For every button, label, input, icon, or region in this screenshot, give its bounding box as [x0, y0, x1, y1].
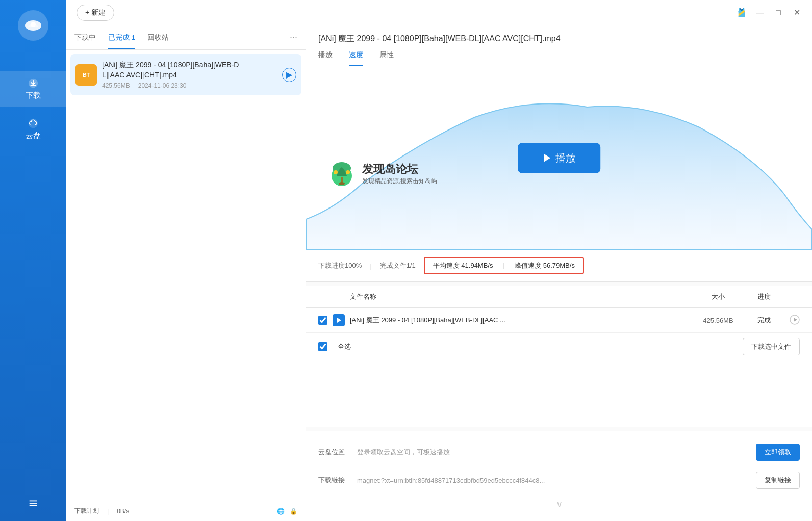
- close-button[interactable]: ✕: [792, 8, 802, 18]
- sidebar-nav: 下载 云盘: [0, 71, 66, 147]
- cloud-row: 云盘位置 登录领取云盘空间，可极速播放 立即领取: [318, 438, 800, 466]
- status-bar: 下载计划 | 0B/s 🌐 🔒: [66, 501, 306, 521]
- status-bar-icons: 🌐 🔒: [277, 508, 297, 515]
- table-row: [ANi] 魔王 2099 - 04 [1080P][Baha][WEB-DL]…: [306, 308, 812, 333]
- row-size: 425.56MB: [693, 317, 744, 324]
- logo: [18, 10, 48, 41]
- row-filename: [ANi] 魔王 2099 - 04 [1080P][Baha][WEB-DL]…: [350, 316, 693, 325]
- avg-speed: 平均速度 41.94MB/s: [433, 262, 493, 269]
- lock-icon: 🔒: [290, 508, 297, 515]
- shirt-icon: 🎽: [737, 8, 747, 17]
- download-speed: |: [107, 508, 109, 515]
- row-play-button[interactable]: [784, 315, 800, 326]
- tab-downloading[interactable]: 下载中: [74, 26, 96, 49]
- speed-chart: ▶ 播放: [306, 66, 812, 250]
- select-all-label: 全选: [338, 342, 351, 351]
- tab-completed[interactable]: 已完成 1: [108, 26, 135, 49]
- right-panel-title: [ANi] 魔王 2099 - 04 [1080P][Baha][WEB-DL]…: [318, 34, 800, 44]
- new-button[interactable]: + 新建: [77, 5, 114, 21]
- svg-point-12: [334, 170, 338, 174]
- watermark-icon: [326, 158, 357, 189]
- right-tab-properties[interactable]: 属性: [379, 50, 394, 66]
- row-progress: 完成: [744, 316, 784, 325]
- cloud-icon: [28, 118, 39, 129]
- svg-point-11: [339, 182, 345, 185]
- file-table: 文件名称 大小 进度 [ANi] 魔王 2099 - 04 [1080P][Ba…: [306, 286, 812, 427]
- peak-speed: 峰值速度 56.79MB/s: [515, 262, 575, 269]
- titlebar: + 新建 🎽 — □ ✕: [66, 0, 812, 25]
- download-link-row: 下载链接 magnet:?xt=urn:btih:85fd48871713cdb…: [318, 466, 800, 494]
- sidebar: 下载 云盘: [0, 0, 66, 521]
- tab-bar: 下载中 已完成 1 回收站 ···: [66, 25, 306, 50]
- watermark: 发现岛论坛 发现精品资源,搜索击知岛屿: [326, 158, 437, 189]
- speed-value: 0B/s: [117, 508, 129, 515]
- download-icon: [28, 77, 39, 89]
- maximize-button[interactable]: □: [773, 8, 783, 18]
- right-header: [ANi] 魔王 2099 - 04 [1080P][Baha][WEB-DL]…: [306, 25, 812, 66]
- cloud-value: 登录领取云盘空间，可极速播放: [357, 448, 748, 457]
- file-type-icon: BT: [75, 64, 97, 86]
- file-size: 425.56MB: [102, 82, 130, 89]
- menu-icon: [28, 498, 39, 509]
- watermark-title: 发现岛论坛: [362, 162, 437, 177]
- cloud-label: 云盘位置: [318, 448, 349, 457]
- play-button-overlay: ▶ 播放: [518, 143, 600, 173]
- minimize-button[interactable]: —: [755, 8, 765, 18]
- ie-icon: 🌐: [277, 508, 285, 515]
- right-tab-bar: 播放 速度 属性: [318, 50, 800, 66]
- download-link-label: 下载链接: [318, 476, 349, 485]
- watermark-subtitle: 发现精品资源,搜索击知岛屿: [362, 177, 437, 186]
- sidebar-item-download[interactable]: 下载: [0, 71, 66, 107]
- files-label: 完成文件1/1: [380, 261, 416, 270]
- select-all-checkbox[interactable]: [318, 342, 327, 351]
- progress-label: 下载进度100%: [318, 261, 362, 270]
- table-header: 文件名称 大小 进度: [306, 286, 812, 308]
- svg-marker-16: [794, 318, 797, 322]
- right-tab-speed[interactable]: 速度: [349, 50, 363, 66]
- logo-icon: [23, 15, 43, 36]
- download-selected-button[interactable]: 下载选中文件: [743, 338, 800, 355]
- svg-rect-10: [341, 177, 343, 183]
- bottom-section: 云盘位置 登录领取云盘空间，可极速播放 立即领取 下载链接 magnet:?xt…: [306, 431, 812, 521]
- sidebar-item-cloud[interactable]: 云盘: [0, 112, 66, 147]
- file-play-button[interactable]: ▶: [282, 68, 296, 82]
- watermark-text: 发现岛论坛 发现精品资源,搜索击知岛屿: [362, 162, 437, 186]
- sidebar-item-cloud-label: 云盘: [26, 131, 41, 141]
- svg-point-1: [31, 22, 36, 27]
- sidebar-menu-button[interactable]: [28, 498, 39, 511]
- cloud-button[interactable]: 立即领取: [756, 444, 800, 461]
- sidebar-item-download-label: 下载: [26, 91, 41, 100]
- col-header-name: 文件名称: [350, 292, 693, 301]
- expand-chevron[interactable]: ∨: [318, 494, 800, 514]
- left-panel: 下载中 已完成 1 回收站 ··· BT [ANi] 魔王 2099 - 04 …: [66, 25, 306, 521]
- content-area: 下载中 已完成 1 回收站 ··· BT [ANi] 魔王 2099 - 04 …: [66, 25, 812, 521]
- download-plan-label: 下载计划: [74, 507, 99, 515]
- file-meta: 425.56MB 2024-11-06 23:30: [102, 82, 277, 89]
- row-checkbox[interactable]: [318, 316, 327, 325]
- download-link-value: magnet:?xt=urn:btih:85fd48871713cdbfbd59…: [357, 477, 748, 484]
- video-icon: [333, 314, 345, 326]
- file-info: [ANi] 魔王 2099 - 04 [1080P][Baha][WEB-D L…: [102, 60, 277, 89]
- right-panel: [ANi] 魔王 2099 - 04 [1080P][Baha][WEB-DL]…: [306, 25, 812, 521]
- main-content: + 新建 🎽 — □ ✕ 下载中 已完成 1 回收站 ···: [66, 0, 812, 521]
- tab-recycle[interactable]: 回收站: [147, 26, 169, 49]
- file-list-item[interactable]: BT [ANi] 魔王 2099 - 04 [1080P][Baha][WEB-…: [70, 54, 301, 95]
- svg-marker-14: [337, 318, 341, 323]
- right-tab-play[interactable]: 播放: [318, 50, 333, 66]
- stats-bar: 下载进度100% | 完成文件1/1 平均速度 41.94MB/s | 峰值速度…: [306, 250, 812, 282]
- file-date: 2024-11-06 23:30: [138, 82, 187, 89]
- col-header-size: 大小: [693, 292, 744, 301]
- tab-more[interactable]: ···: [290, 32, 297, 43]
- col-header-progress: 进度: [744, 292, 784, 301]
- play-large-button[interactable]: ▶ 播放: [518, 143, 600, 173]
- window-controls: 🎽 — □ ✕: [737, 8, 802, 18]
- table-footer: 全选 下载选中文件: [306, 333, 812, 360]
- speed-stats: 平均速度 41.94MB/s | 峰值速度 56.79MB/s: [424, 257, 584, 274]
- file-list: BT [ANi] 魔王 2099 - 04 [1080P][Baha][WEB-…: [66, 50, 306, 501]
- file-name: [ANi] 魔王 2099 - 04 [1080P][Baha][WEB-D L…: [102, 60, 277, 80]
- svg-point-13: [346, 170, 350, 174]
- copy-link-button[interactable]: 复制链接: [756, 472, 800, 489]
